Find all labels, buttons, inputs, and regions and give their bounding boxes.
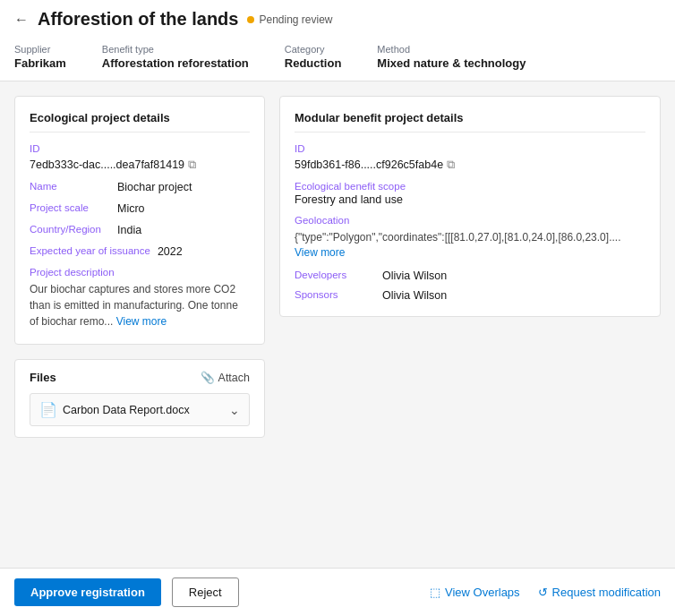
eco-scale-label: Project scale <box>30 202 110 213</box>
files-card: Files 📎 Attach 📄 Carbon Data Report.docx… <box>14 359 265 438</box>
eco-id-label: ID <box>30 143 250 154</box>
mod-sponsors-row: Sponsors Olivia Wilson <box>295 289 645 302</box>
eco-year-label: Expected year of issuance <box>30 245 150 256</box>
mod-id-label: ID <box>295 143 645 154</box>
title-row: ← Afforestion of the lands Pending revie… <box>14 9 661 37</box>
method-label: Method <box>377 44 525 55</box>
eco-id-row: 7edb333c-dac.....dea7faf81419 ⧉ <box>30 158 250 172</box>
mod-developers-row: Developers Olivia Wilson <box>295 270 645 282</box>
eco-name-value: Biochar project <box>117 181 192 193</box>
ecological-card: Ecological project details ID 7edb333c-d… <box>14 96 265 345</box>
file-name: Carbon Data Report.docx <box>63 404 190 416</box>
main-content: Ecological project details ID 7edb333c-d… <box>0 81 675 452</box>
mod-view-more[interactable]: View more <box>295 246 345 259</box>
files-title: Files <box>30 371 56 384</box>
meta-benefit-type: Benefit type Afforestation reforestation <box>102 44 249 70</box>
category-label: Category <box>285 44 342 55</box>
view-overlaps-icon: ⬚ <box>430 586 440 599</box>
ecological-card-title: Ecological project details <box>30 111 250 133</box>
eco-id-copy-icon[interactable]: ⧉ <box>188 158 196 172</box>
meta-method: Method Mixed nature & technology <box>377 44 525 70</box>
meta-row: Supplier Fabrikam Benefit type Afforesta… <box>14 37 661 81</box>
request-modification-button[interactable]: ↺ Request modification <box>538 586 661 599</box>
back-button[interactable]: ← <box>14 13 29 27</box>
footer-bar: Approve registration Reject ⬚ View Overl… <box>0 568 675 616</box>
request-mod-icon: ↺ <box>538 586 548 599</box>
supplier-value: Fabrikam <box>14 56 66 70</box>
eco-desc-label: Project description <box>30 267 250 278</box>
approve-button[interactable]: Approve registration <box>14 578 161 606</box>
mod-sponsors-label: Sponsors <box>295 289 375 300</box>
category-value: Reduction <box>285 56 342 70</box>
modular-card-title: Modular benefit project details <box>295 111 645 133</box>
file-row: 📄 Carbon Data Report.docx ⌄ <box>30 393 250 426</box>
file-left: 📄 Carbon Data Report.docx <box>39 401 190 418</box>
mod-developers-label: Developers <box>295 270 375 280</box>
status-badge: Pending review <box>247 13 332 26</box>
page-title: Afforestion of the lands <box>38 9 238 30</box>
eco-scale-value: Micro <box>117 202 145 215</box>
eco-description-text: Our biochar captures and stores more CO2… <box>30 281 250 329</box>
mod-id-row: 59fdb361-f86.....cf926c5fab4e ⧉ <box>295 158 645 172</box>
view-overlaps-label: View Overlaps <box>445 586 520 599</box>
eco-country-label: Country/Region <box>30 224 110 235</box>
mod-developers-value: Olivia Wilson <box>382 270 447 282</box>
status-dot-icon <box>247 16 254 23</box>
top-bar: ← Afforestion of the lands Pending revie… <box>0 0 675 81</box>
attach-icon: 📎 <box>201 371 215 384</box>
eco-country-value: India <box>117 224 141 236</box>
mod-benefit-scope-value: Forestry and land use <box>295 193 645 206</box>
cards-row: Ecological project details ID 7edb333c-d… <box>14 96 661 345</box>
eco-view-more[interactable]: View more <box>116 315 167 328</box>
eco-name-label: Name <box>30 181 110 192</box>
mod-id-value: 59fdb361-f86.....cf926c5fab4e <box>295 158 443 171</box>
mod-sponsors-value: Olivia Wilson <box>382 289 447 302</box>
modular-card: Modular benefit project details ID 59fdb… <box>279 96 661 317</box>
mod-benefit-scope-label: Ecological benefit scope <box>295 181 645 192</box>
method-value: Mixed nature & technology <box>377 56 525 70</box>
eco-id-value: 7edb333c-dac.....dea7faf81419 <box>30 158 184 171</box>
chevron-down-icon[interactable]: ⌄ <box>229 403 240 417</box>
supplier-label: Supplier <box>14 44 66 55</box>
attach-button[interactable]: 📎 Attach <box>201 371 250 384</box>
mod-id-copy-icon[interactable]: ⧉ <box>447 158 455 172</box>
benefit-type-label: Benefit type <box>102 44 249 55</box>
reject-button[interactable]: Reject <box>172 578 239 607</box>
eco-scale-row: Project scale Micro <box>30 202 250 215</box>
benefit-type-value: Afforestation reforestation <box>102 56 249 70</box>
request-modification-label: Request modification <box>552 586 661 599</box>
view-overlaps-button[interactable]: ⬚ View Overlaps <box>430 586 520 599</box>
mod-geo-label: Geolocation <box>295 215 645 226</box>
eco-year-value: 2022 <box>158 245 183 258</box>
file-doc-icon: 📄 <box>39 401 57 418</box>
meta-supplier: Supplier Fabrikam <box>14 44 66 70</box>
status-text: Pending review <box>259 13 332 26</box>
files-header: Files 📎 Attach <box>30 371 250 384</box>
meta-category: Category Reduction <box>285 44 342 70</box>
mod-geo-text: {"type":"Polygon","coordinates":[[[81.0,… <box>295 229 645 245</box>
eco-year-row: Expected year of issuance 2022 <box>30 245 250 258</box>
footer-right: ⬚ View Overlaps ↺ Request modification <box>430 586 661 599</box>
attach-label: Attach <box>218 372 250 384</box>
eco-country-row: Country/Region India <box>30 224 250 236</box>
eco-name-row: Name Biochar project <box>30 181 250 193</box>
